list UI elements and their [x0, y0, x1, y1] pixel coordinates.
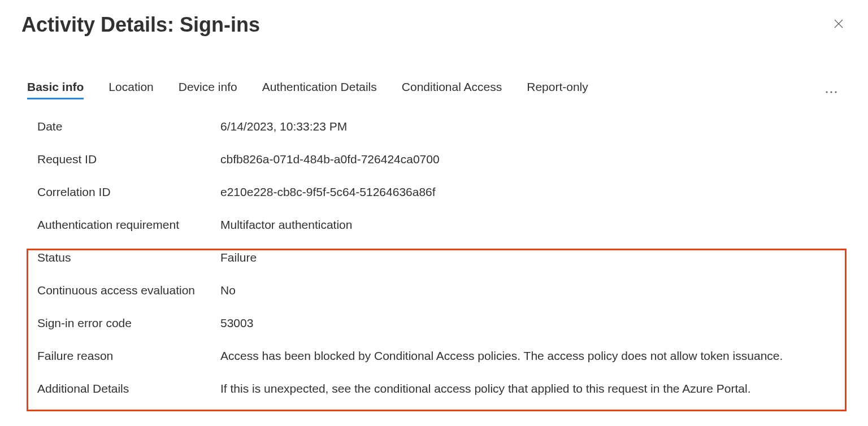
row-error-code: Sign-in error code 53003: [37, 316, 847, 349]
label-correlation-id: Correlation ID: [37, 185, 220, 199]
tabs: Basic info Location Device info Authenti…: [21, 81, 847, 98]
tab-conditional-access[interactable]: Conditional Access: [402, 81, 502, 98]
tab-authentication-details[interactable]: Authentication Details: [262, 81, 377, 98]
page-title: Activity Details: Sign-ins: [21, 12, 260, 37]
row-additional-details: Additional Details If this is unexpected…: [37, 382, 847, 415]
svg-point-4: [835, 91, 836, 93]
tab-basic-info[interactable]: Basic info: [27, 81, 84, 98]
value-request-id: cbfb826a-071d-484b-a0fd-726424ca0700: [220, 153, 440, 166]
value-failure-reason: Access has been blocked by Conditional A…: [220, 349, 783, 363]
row-date: Date 6/14/2023, 10:33:23 PM: [37, 120, 847, 153]
close-icon: [834, 19, 843, 28]
label-cae: Continuous access evaluation: [37, 284, 220, 297]
panel-header: Activity Details: Sign-ins: [21, 12, 847, 37]
label-error-code: Sign-in error code: [37, 316, 220, 330]
tab-location[interactable]: Location: [108, 81, 153, 98]
label-status: Status: [37, 251, 220, 264]
row-cae: Continuous access evaluation No: [37, 284, 847, 316]
svg-point-3: [830, 91, 832, 93]
value-correlation-id: e210e228-cb8c-9f5f-5c64-51264636a86f: [220, 185, 436, 199]
value-auth-requirement: Multifactor authentication: [220, 218, 352, 232]
value-date: 6/14/2023, 10:33:23 PM: [220, 120, 347, 133]
value-error-code: 53003: [220, 316, 253, 330]
tab-device-info[interactable]: Device info: [179, 81, 237, 98]
row-status: Status Failure: [37, 251, 847, 284]
more-icon: [825, 90, 837, 94]
label-auth-requirement: Authentication requirement: [37, 218, 220, 232]
svg-point-2: [826, 91, 827, 93]
label-date: Date: [37, 120, 220, 133]
row-failure-reason: Failure reason Access has been blocked b…: [37, 349, 847, 382]
activity-details-panel: Activity Details: Sign-ins Basic info Lo…: [0, 0, 868, 426]
tab-report-only[interactable]: Report-only: [527, 81, 588, 98]
row-request-id: Request ID cbfb826a-071d-484b-a0fd-72642…: [37, 153, 847, 185]
details-list: Date 6/14/2023, 10:33:23 PM Request ID c…: [21, 120, 847, 415]
tabs-overflow-button[interactable]: [822, 81, 841, 98]
value-additional-details: If this is unexpected, see the condition…: [220, 382, 751, 395]
row-auth-requirement: Authentication requirement Multifactor a…: [37, 218, 847, 251]
value-status: Failure: [220, 251, 257, 264]
value-cae: No: [220, 284, 236, 297]
close-button[interactable]: [831, 16, 847, 32]
row-correlation-id: Correlation ID e210e228-cb8c-9f5f-5c64-5…: [37, 185, 847, 218]
label-request-id: Request ID: [37, 153, 220, 166]
label-failure-reason: Failure reason: [37, 349, 220, 363]
label-additional-details: Additional Details: [37, 382, 220, 395]
